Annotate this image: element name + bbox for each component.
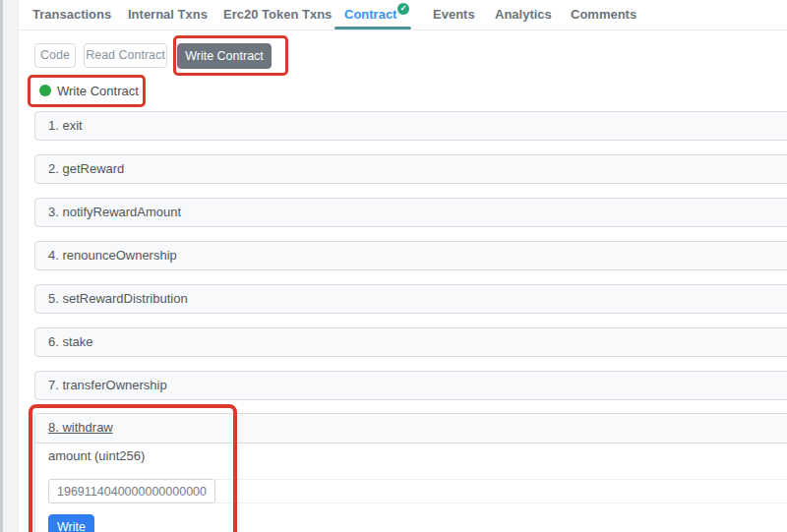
function-row-renounceownership[interactable]: 4. renounceOwnership xyxy=(34,241,787,270)
function-row-stake[interactable]: 6. stake xyxy=(34,327,787,357)
amount-field-label: amount (uint256) xyxy=(48,448,145,463)
function-row-getreward[interactable]: 2. getReward xyxy=(34,154,787,184)
active-tab-underline xyxy=(334,27,411,30)
read-contract-button[interactable]: Read Contract xyxy=(84,43,167,68)
withdraw-header-label: 8. withdraw xyxy=(48,420,113,435)
amount-input[interactable] xyxy=(48,479,215,503)
tab-internal-txns[interactable]: Internal Txns xyxy=(128,7,208,22)
tab-analytics[interactable]: Analytics xyxy=(495,7,552,22)
page-gutter xyxy=(3,0,18,532)
write-contract-status: Write Contract xyxy=(57,84,139,98)
write-submit-button[interactable]: Write xyxy=(48,514,94,532)
function-row-transferownership[interactable]: 7. transferOwnership xyxy=(34,371,787,400)
tab-erc20-token-txns[interactable]: Erc20 Token Txns xyxy=(223,7,332,22)
code-button[interactable]: Code xyxy=(34,43,76,68)
card-left-border xyxy=(18,0,19,532)
tab-transactions[interactable]: Transactions xyxy=(32,7,111,22)
status-dot-icon xyxy=(39,85,51,96)
tab-contract[interactable]: Contract xyxy=(344,7,396,22)
verified-check-icon: ✓ xyxy=(397,3,409,15)
write-contract-button[interactable]: Write Contract xyxy=(177,43,272,69)
tab-events[interactable]: Events xyxy=(433,7,475,22)
function-row-notifyrewardamount[interactable]: 3. notifyRewardAmount xyxy=(34,198,787,227)
function-row-withdraw[interactable]: 8. withdraw xyxy=(35,414,787,443)
input-row-divider xyxy=(215,479,787,503)
tab-comments[interactable]: Comments xyxy=(571,7,636,22)
withdraw-panel: 8. withdraw amount (uint256) Write xyxy=(34,413,787,532)
function-row-setrewarddistribution[interactable]: 5. setRewardDistribution xyxy=(34,284,787,314)
tabbar-divider xyxy=(19,30,787,30)
function-row-exit[interactable]: 1. exit xyxy=(34,111,787,141)
